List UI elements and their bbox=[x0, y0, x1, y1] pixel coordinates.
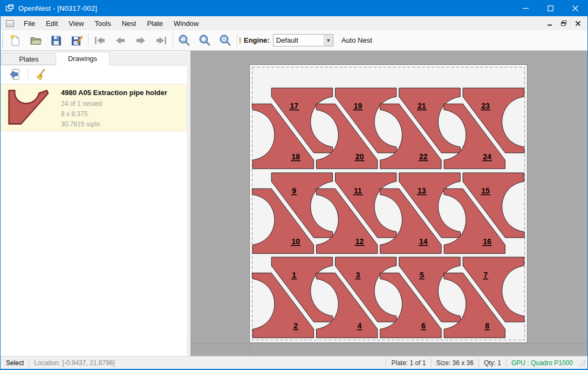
main-body: Plates Drawings bbox=[1, 51, 587, 356]
zoom-in-button[interactable] bbox=[196, 32, 214, 49]
status-separator bbox=[506, 359, 507, 367]
nested-part-pair: 1920 bbox=[316, 88, 397, 169]
part-number-label: 19 bbox=[354, 102, 363, 110]
window-title: OpenNest - [N0317-002] bbox=[18, 4, 97, 12]
save-button[interactable] bbox=[47, 32, 65, 49]
drawing-list-item[interactable]: 4980 A05 Extraction pipe holder 24 of 1 … bbox=[1, 84, 187, 131]
last-arrow-icon bbox=[155, 34, 168, 47]
mdi-close-icon bbox=[576, 21, 580, 26]
mdi-window-controls bbox=[544, 18, 587, 28]
main-toolbar: Engine: Default ▼ Auto Nest bbox=[1, 30, 587, 51]
clean-button[interactable] bbox=[32, 67, 49, 82]
menu-item-window[interactable]: Window bbox=[168, 17, 204, 30]
nested-part-pair: 1112 bbox=[316, 173, 397, 253]
maximize-button[interactable] bbox=[538, 0, 563, 16]
mdi-minimize-button[interactable] bbox=[544, 18, 555, 28]
menu-item-tools[interactable]: Tools bbox=[89, 17, 116, 30]
plate-sheet[interactable]: 171819202122232491011121314151612345678 bbox=[249, 64, 528, 343]
first-plate-button[interactable] bbox=[91, 32, 109, 49]
minimize-button[interactable] bbox=[513, 0, 538, 16]
part-number-label: 7 bbox=[483, 271, 488, 279]
menu-bar: File Edit View Tools Nest Plate Window bbox=[1, 16, 587, 30]
part-number-label: 5 bbox=[420, 271, 424, 279]
close-button[interactable] bbox=[563, 0, 587, 16]
toolbar-grip[interactable] bbox=[2, 33, 5, 48]
status-gpu: GPU : Quadro P1000 bbox=[511, 359, 573, 367]
sidebar-tabs: Plates Drawings bbox=[1, 52, 187, 65]
previous-arrow-icon bbox=[114, 34, 127, 47]
drawing-info: 4980 A05 Extraction pipe holder 24 of 1 … bbox=[61, 89, 182, 130]
menu-item-plate[interactable]: Plate bbox=[141, 17, 168, 30]
auto-nest-button[interactable]: Auto Nest bbox=[338, 34, 375, 46]
mdi-restore-icon bbox=[561, 21, 566, 26]
tab-plates[interactable]: Plates bbox=[2, 53, 56, 65]
canvas-hscrollbar[interactable] bbox=[190, 344, 587, 344]
plate-drawing[interactable]: 171819202122232491011121314151612345678 bbox=[250, 65, 527, 342]
nested-part-pair: 1516 bbox=[443, 173, 524, 253]
toolbar-separator bbox=[173, 33, 173, 48]
nest-canvas[interactable]: 171819202122232491011121314151612345678 bbox=[190, 51, 587, 356]
previous-plate-button[interactable] bbox=[111, 32, 129, 49]
part-thumbnail bbox=[8, 90, 50, 125]
new-file-icon bbox=[9, 34, 22, 47]
status-mode: Select bbox=[6, 359, 24, 367]
save-as-icon bbox=[70, 34, 83, 47]
toolbar-separator bbox=[28, 68, 28, 81]
zoom-out-icon bbox=[178, 34, 191, 47]
app-icon bbox=[5, 4, 14, 12]
drawing-size: 8 x 8.375 bbox=[61, 109, 182, 119]
save-as-button[interactable] bbox=[67, 32, 86, 49]
mdi-close-button[interactable] bbox=[572, 18, 583, 28]
status-separator bbox=[29, 359, 29, 367]
app-window: OpenNest - [N0317-002] File Edit View To… bbox=[0, 0, 588, 370]
resize-grip[interactable] bbox=[578, 359, 586, 367]
chevron-down-icon[interactable]: ▼ bbox=[324, 35, 333, 46]
toolbar-separator bbox=[237, 33, 237, 48]
engine-grip-mark bbox=[240, 37, 241, 43]
menu-item-view[interactable]: View bbox=[63, 17, 89, 30]
part-number-label: 6 bbox=[421, 321, 426, 330]
engine-select[interactable]: Default ▼ bbox=[273, 34, 333, 46]
nested-part-pair: 2324 bbox=[443, 88, 524, 169]
status-separator bbox=[478, 359, 479, 367]
nested-part-pair: 56 bbox=[380, 257, 461, 338]
menu-item-edit[interactable]: Edit bbox=[40, 17, 63, 30]
part-number-label: 15 bbox=[481, 186, 490, 195]
status-separator bbox=[386, 359, 386, 367]
import-drawing-icon bbox=[9, 68, 22, 81]
menu-item-nest[interactable]: Nest bbox=[117, 17, 142, 30]
zoom-fit-button[interactable] bbox=[216, 32, 235, 49]
next-arrow-icon bbox=[134, 34, 147, 47]
part-number-label: 8 bbox=[485, 321, 489, 330]
mdi-minimize-icon bbox=[548, 21, 552, 26]
next-plate-button[interactable] bbox=[132, 32, 150, 49]
new-button[interactable] bbox=[6, 32, 24, 49]
tab-drawings[interactable]: Drawings bbox=[56, 52, 110, 65]
maximize-icon bbox=[548, 5, 553, 11]
zoom-out-button[interactable] bbox=[175, 32, 194, 49]
part-number-label: 2 bbox=[293, 321, 298, 330]
drawing-area: 30.7815 sq/in bbox=[61, 119, 182, 130]
last-plate-button[interactable] bbox=[152, 32, 170, 49]
canvas-hscrollbar-thumb-edge bbox=[249, 344, 250, 356]
open-button[interactable] bbox=[26, 32, 45, 49]
import-drawing-button[interactable] bbox=[7, 67, 23, 82]
drawings-toolbar bbox=[1, 65, 187, 84]
part-number-label: 20 bbox=[355, 152, 364, 161]
drawing-nested-count: 24 of 1 nested bbox=[61, 99, 182, 109]
part-number-label: 17 bbox=[290, 102, 298, 110]
part-number-label: 4 bbox=[358, 321, 362, 330]
part-number-label: 24 bbox=[483, 152, 491, 161]
nested-part-pair: 1718 bbox=[252, 88, 333, 169]
drawing-title: 4980 A05 Extraction pipe holder bbox=[61, 89, 182, 97]
part-number-label: 11 bbox=[354, 186, 362, 195]
menu-item-file[interactable]: File bbox=[18, 17, 40, 30]
panel-splitter[interactable] bbox=[187, 51, 190, 356]
status-bar: Select Location: [-0.9437, 21.8796] Plat… bbox=[1, 356, 587, 369]
mdi-document-icon[interactable] bbox=[6, 20, 14, 27]
minimize-icon bbox=[523, 5, 529, 11]
caption-buttons bbox=[513, 0, 587, 16]
mdi-restore-button[interactable] bbox=[558, 18, 569, 28]
nested-part-pair: 12 bbox=[252, 257, 333, 338]
nested-part-pair: 2122 bbox=[380, 88, 461, 169]
